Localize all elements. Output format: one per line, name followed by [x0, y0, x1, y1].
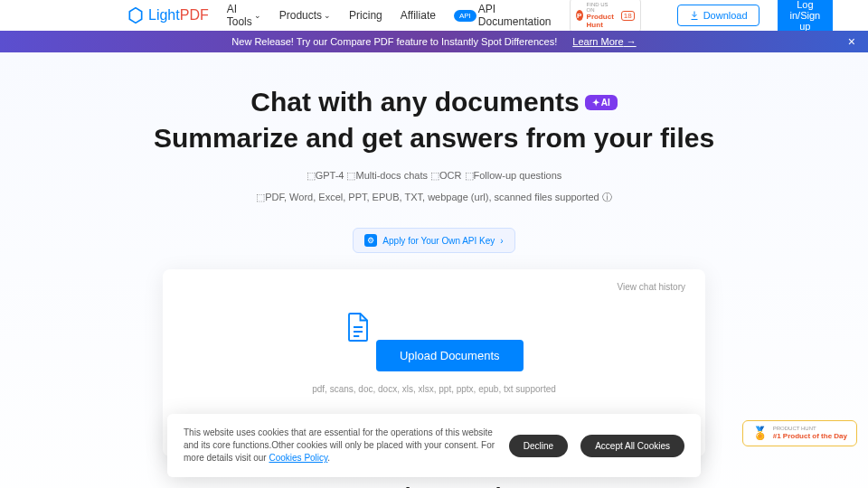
product-hunt-icon: P — [576, 10, 583, 21]
key-icon: ⚙ — [364, 234, 377, 247]
api-badge-icon: API — [454, 10, 476, 22]
nav-pricing[interactable]: Pricing — [349, 9, 382, 22]
cookies-policy-link[interactable]: Cookies Policy — [269, 453, 327, 463]
cookie-banner: This website uses cookies that are essen… — [167, 414, 701, 477]
chevron-right-icon: › — [500, 236, 503, 246]
view-history-link[interactable]: View chat history — [618, 282, 685, 292]
close-icon[interactable]: × — [848, 34, 855, 49]
upload-formats-text: pdf, scans, doc, docx, xls, xlsx, ppt, p… — [184, 384, 684, 394]
nav-api-doc[interactable]: API API Documentation — [454, 3, 552, 28]
nav-ai-tools[interactable]: AI Tools ⌄ — [227, 3, 261, 28]
accept-cookies-button[interactable]: Accept All Cookies — [580, 435, 684, 457]
logo[interactable]: LightPDF — [127, 6, 209, 24]
document-icon — [344, 311, 372, 343]
header: LightPDF AI Tools ⌄ Products ⌄ Pricing A… — [0, 0, 868, 31]
download-button[interactable]: Download — [677, 5, 760, 26]
nav-products[interactable]: Products ⌄ — [279, 9, 331, 22]
cookie-text: This website uses cookies that are essen… — [184, 427, 496, 465]
chevron-down-icon: ⌄ — [254, 11, 261, 20]
announcement-banner: New Release! Try our Compare PDF feature… — [0, 31, 868, 52]
ai-badge: ✦ AI — [585, 95, 618, 110]
download-icon — [689, 10, 700, 21]
product-hunt-side-badge[interactable]: 🏅 PRODUCT HUNT #1 Product of the Day — [742, 420, 857, 446]
logo-icon — [127, 6, 145, 24]
chevron-down-icon: ⌄ — [324, 11, 331, 20]
apply-api-key-button[interactable]: ⚙ Apply for Your Own API Key › — [353, 228, 514, 253]
hero-title: Chat with any documents ✦ AI — [250, 87, 617, 117]
product-hunt-badge[interactable]: P FIND US ON Product Hunt 18 — [570, 0, 641, 33]
product-hunt-count: 18 — [621, 11, 635, 21]
web-extensions-heading: Our Web Extensions — [0, 483, 868, 488]
upload-documents-button[interactable]: Upload Documents — [376, 340, 524, 371]
formats-list: ⬚PDF, Word, Excel, PPT, EPUB, TXT, webpa… — [0, 191, 868, 204]
nav-affiliate[interactable]: Affiliate — [401, 9, 436, 22]
decline-button[interactable]: Decline — [509, 435, 568, 457]
hero-subtitle: Summarize and get answers from your file… — [0, 123, 868, 154]
learn-more-link[interactable]: Learn More → — [572, 36, 636, 47]
logo-text: LightPDF — [148, 7, 209, 23]
banner-text: New Release! Try our Compare PDF feature… — [231, 36, 557, 47]
features-list: ⬚GPT-4 ⬚Multi-docs chats ⬚OCR ⬚Follow-up… — [0, 170, 868, 182]
medal-icon: 🏅 — [752, 426, 768, 440]
